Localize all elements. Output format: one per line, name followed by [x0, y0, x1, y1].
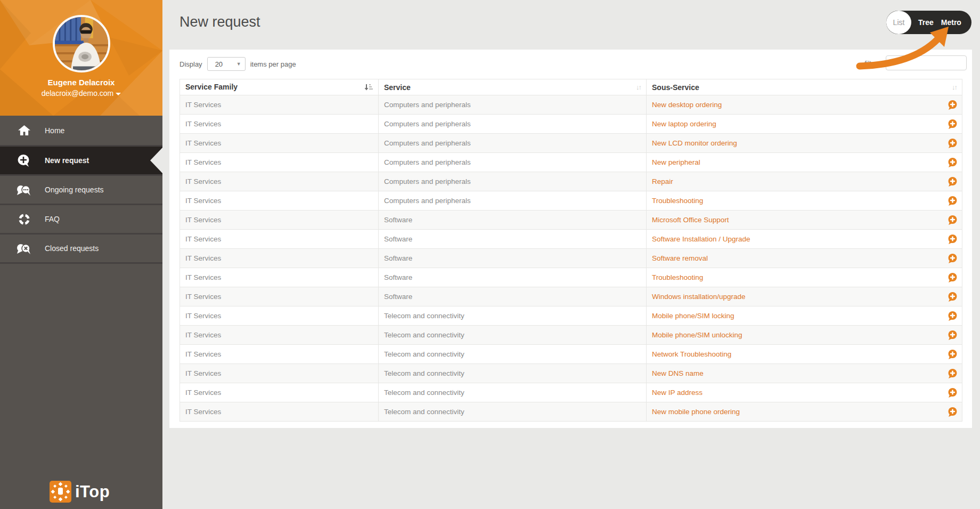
user-email: delacroix@demo.com [42, 89, 114, 98]
sous-service-link[interactable]: Network Troubleshooting [652, 350, 731, 358]
service-cell: Computers and peripherals [379, 134, 647, 153]
service-cell: Telecom and connectivity [379, 306, 647, 326]
items-per-page-select[interactable]: 20 ▼ [207, 57, 246, 71]
avatar [53, 15, 110, 72]
add-request-icon[interactable] [948, 292, 957, 302]
display-group: Display 20 ▼ items per page [179, 57, 296, 71]
sous-service-link[interactable]: Mobile phone/SIM unlocking [652, 331, 742, 339]
sous-service-cell: New LCD monitor ordering [647, 134, 962, 153]
avatar-photo [55, 17, 108, 70]
user-profile: Eugene Delacroix delacroix@demo.com [0, 0, 162, 116]
add-request-icon[interactable] [948, 158, 957, 167]
sous-service-link[interactable]: Windows installation/upgrade [652, 293, 746, 301]
sous-service-link[interactable]: New desktop ordering [652, 101, 722, 109]
add-request-icon[interactable] [948, 330, 957, 340]
sous-service-cell: New peripheral [647, 153, 962, 172]
add-request-icon[interactable] [948, 254, 957, 263]
sort-asc-icon[interactable] [364, 84, 373, 92]
add-request-icon[interactable] [948, 177, 957, 187]
sous-service-link[interactable]: New IP address [652, 389, 703, 397]
add-request-icon[interactable] [948, 119, 957, 129]
service-family-cell: IT Services [180, 306, 379, 326]
page-title: New request [179, 14, 260, 30]
sidebar-item-closed-requests[interactable]: Closed requests [0, 235, 162, 264]
sous-service-link[interactable]: New peripheral [652, 158, 700, 166]
table-row[interactable]: IT Services Software Software removal [180, 249, 962, 268]
sous-service-cell: Troubleshooting [647, 268, 962, 287]
sous-service-link[interactable]: Troubleshooting [652, 273, 703, 281]
table-row[interactable]: IT Services Software Microsoft Office Su… [180, 211, 962, 230]
sidebar-nav: Home New request [0, 116, 162, 264]
add-request-icon[interactable] [948, 311, 957, 321]
filter-label: filter : [864, 59, 881, 67]
sous-service-link[interactable]: Software Installation / Upgrade [652, 235, 750, 243]
view-option-tree[interactable]: Tree [918, 18, 934, 27]
table-row[interactable]: IT Services Computers and peripherals Ne… [180, 134, 962, 153]
itop-logo-icon [50, 481, 71, 503]
sort-icon[interactable]: ↓↑ [952, 83, 957, 91]
table-row[interactable]: IT Services Telecom and connectivity Mob… [180, 306, 962, 326]
service-cell: Computers and peripherals [379, 191, 647, 211]
sidebar-item-label: Ongoing requests [45, 185, 104, 194]
table-row[interactable]: IT Services Software Troubleshooting [180, 268, 962, 287]
sous-service-link[interactable]: Repair [652, 177, 673, 185]
service-family-cell: IT Services [180, 115, 379, 134]
sous-service-link[interactable]: Software removal [652, 254, 708, 262]
sidebar-item-new-request[interactable]: New request [0, 147, 162, 176]
column-header-sous-service[interactable]: Sous-Service ↓↑ [647, 79, 962, 95]
sous-service-link[interactable]: New LCD monitor ordering [652, 139, 737, 147]
service-cell: Telecom and connectivity [379, 326, 647, 345]
sidebar-item-ongoing-requests[interactable]: Ongoing requests [0, 176, 162, 205]
sous-service-link[interactable]: New laptop ordering [652, 120, 716, 128]
table-row[interactable]: IT Services Telecom and connectivity New… [180, 364, 962, 383]
service-family-cell: IT Services [180, 172, 379, 191]
table-row[interactable]: IT Services Telecom and connectivity New… [180, 402, 962, 422]
view-option-metro[interactable]: Metro [941, 18, 961, 27]
home-icon [16, 125, 32, 136]
service-cell: Computers and peripherals [379, 115, 647, 134]
sous-service-link[interactable]: New DNS name [652, 369, 704, 377]
service-cell: Software [379, 211, 647, 230]
column-header-service[interactable]: Service ↓↑ [379, 79, 647, 95]
user-name: Eugene Delacroix [0, 78, 162, 87]
add-request-icon[interactable] [948, 196, 957, 206]
service-family-cell: IT Services [180, 326, 379, 345]
table-row[interactable]: IT Services Software Software Installati… [180, 230, 962, 249]
service-cell: Telecom and connectivity [379, 345, 647, 364]
view-option-list[interactable]: List [886, 11, 911, 34]
add-request-icon[interactable] [948, 139, 957, 148]
add-request-icon[interactable] [948, 100, 957, 110]
table-row[interactable]: IT Services Telecom and connectivity New… [180, 383, 962, 402]
sous-service-cell: Repair [647, 172, 962, 191]
table-row[interactable]: IT Services Computers and peripherals Tr… [180, 191, 962, 211]
sidebar-item-faq[interactable]: FAQ [0, 205, 162, 235]
add-request-icon[interactable] [948, 215, 957, 225]
sous-service-link[interactable]: Troubleshooting [652, 197, 703, 205]
add-request-icon[interactable] [948, 369, 957, 378]
table-row[interactable]: IT Services Telecom and connectivity Net… [180, 345, 962, 364]
table-row[interactable]: IT Services Computers and peripherals Ne… [180, 153, 962, 172]
sort-icon[interactable]: ↓↑ [636, 83, 641, 91]
service-family-cell: IT Services [180, 383, 379, 402]
table-row[interactable]: IT Services Software Windows installatio… [180, 287, 962, 306]
service-family-cell: IT Services [180, 268, 379, 287]
table-row[interactable]: IT Services Computers and peripherals Ne… [180, 115, 962, 134]
sidebar-item-home[interactable]: Home [0, 116, 162, 147]
sous-service-link[interactable]: Microsoft Office Support [652, 216, 729, 224]
service-cell: Computers and peripherals [379, 153, 647, 172]
filter-input[interactable] [886, 55, 967, 70]
add-request-icon[interactable] [948, 350, 957, 359]
table-row[interactable]: IT Services Telecom and connectivity Mob… [180, 326, 962, 345]
service-family-cell: IT Services [180, 287, 379, 306]
user-menu[interactable]: delacroix@demo.com [0, 89, 162, 98]
add-request-icon[interactable] [948, 235, 957, 244]
sous-service-link[interactable]: New mobile phone ordering [652, 408, 740, 416]
service-family-cell: IT Services [180, 345, 379, 364]
table-row[interactable]: IT Services Computers and peripherals Ne… [180, 95, 962, 115]
add-request-icon[interactable] [948, 273, 957, 282]
add-request-icon[interactable] [948, 407, 957, 417]
sous-service-link[interactable]: Mobile phone/SIM locking [652, 312, 734, 320]
add-request-icon[interactable] [948, 388, 957, 398]
table-row[interactable]: IT Services Computers and peripherals Re… [180, 172, 962, 191]
column-header-service-family[interactable]: Service Family [180, 79, 379, 95]
